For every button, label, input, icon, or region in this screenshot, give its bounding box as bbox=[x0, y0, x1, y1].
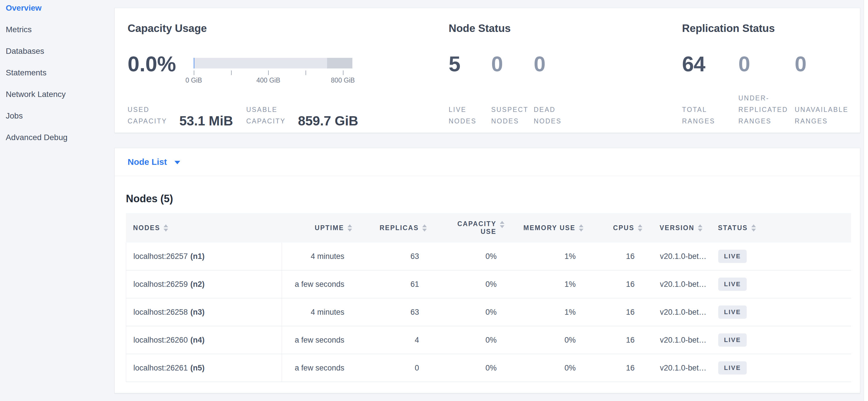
axis-tick bbox=[343, 70, 343, 75]
caret-down-icon bbox=[175, 161, 180, 164]
usable-capacity-label: USABLE CAPACITY bbox=[246, 104, 290, 127]
column-header-capacity-use[interactable]: CAPACITY USE bbox=[429, 220, 506, 236]
unavailable-ranges-label: UNAVAILABLE RANGES bbox=[795, 104, 850, 127]
column-header-nodes[interactable]: NODES bbox=[126, 224, 282, 232]
sort-arrows-icon bbox=[698, 224, 703, 232]
suspect-nodes-stat: 0 SUSPECT NODES bbox=[491, 54, 534, 127]
unavailable-ranges-value: 0 bbox=[795, 54, 851, 75]
node-address-cell[interactable]: localhost:26260 (n4) bbox=[126, 326, 282, 354]
table-row: localhost:26260 (n4) a few seconds 4 0% … bbox=[126, 326, 851, 354]
node-address-cell[interactable]: localhost:26258 (n3) bbox=[126, 298, 282, 326]
uptime-cell: 4 minutes bbox=[282, 308, 354, 317]
dead-nodes-label: DEAD NODES bbox=[534, 104, 576, 127]
capacity-gauge-bar bbox=[194, 58, 352, 68]
sidebar-item-jobs[interactable]: Jobs bbox=[0, 105, 113, 126]
total-ranges-label: TOTAL RANGES bbox=[682, 104, 737, 127]
dead-nodes-stat: 0 DEAD NODES bbox=[534, 54, 576, 127]
sort-arrows-icon bbox=[579, 224, 584, 232]
version-cell: v20.1.0-bet… bbox=[644, 364, 713, 373]
replicas-cell: 63 bbox=[354, 252, 429, 261]
sidebar-item-advanced-debug[interactable]: Advanced Debug bbox=[0, 126, 113, 148]
cpus-cell: 16 bbox=[586, 252, 644, 261]
version-cell: v20.1.0-bet… bbox=[644, 308, 713, 317]
column-header-uptime[interactable]: UPTIME bbox=[282, 224, 354, 232]
node-status-section: Node Status 5 LIVE NODES 0 SUSPECT NODES… bbox=[449, 8, 679, 133]
version-cell: v20.1.0-bet… bbox=[644, 280, 713, 289]
status-badge: LIVE bbox=[718, 334, 747, 347]
status-badge: LIVE bbox=[718, 306, 747, 319]
uptime-cell: a few seconds bbox=[282, 364, 354, 373]
axis-tick bbox=[194, 70, 194, 75]
under-replicated-stat: 0 UNDER-REPLICATED RANGES bbox=[738, 54, 795, 127]
suspect-nodes-label: SUSPECT NODES bbox=[491, 104, 534, 127]
capacity-use-cell: 0% bbox=[429, 336, 506, 345]
main-content: Capacity Usage 0.0% 0 GiB 400 GiB 8 bbox=[114, 0, 860, 401]
sidebar-item-metrics[interactable]: Metrics bbox=[0, 19, 113, 40]
table-row: localhost:26261 (n5) a few seconds 0 0% … bbox=[126, 354, 851, 382]
cpus-cell: 16 bbox=[586, 336, 644, 345]
capacity-gauge-chart: 0 GiB 400 GiB 800 GiB bbox=[194, 58, 352, 84]
column-header-status[interactable]: STATUS bbox=[713, 224, 851, 232]
usable-capacity-value: 859.7 GiB bbox=[298, 114, 359, 127]
node-address-cell[interactable]: localhost:26257 (n1) bbox=[126, 242, 282, 270]
used-capacity-label: USED CAPACITY bbox=[128, 104, 171, 127]
column-header-version[interactable]: VERSION bbox=[644, 224, 713, 232]
version-cell: v20.1.0-bet… bbox=[644, 336, 713, 345]
sidebar-item-network-latency[interactable]: Network Latency bbox=[0, 83, 113, 105]
nodes-table-body: localhost:26257 (n1) 4 minutes 63 0% 1% … bbox=[126, 242, 851, 382]
live-nodes-stat: 5 LIVE NODES bbox=[449, 54, 491, 127]
uptime-cell: 4 minutes bbox=[282, 252, 354, 261]
node-status-title: Node Status bbox=[449, 23, 511, 34]
sort-arrows-icon bbox=[163, 224, 168, 232]
nodes-table: NODES UPTIME REPLICAS CAPACITY USE MEMOR… bbox=[126, 213, 851, 382]
column-header-replicas[interactable]: REPLICAS bbox=[354, 224, 429, 232]
axis-tick bbox=[231, 70, 232, 75]
uptime-cell: a few seconds bbox=[282, 280, 354, 289]
under-replicated-label: UNDER-REPLICATED RANGES bbox=[738, 92, 794, 127]
sidebar-item-overview[interactable]: Overview bbox=[0, 0, 113, 19]
suspect-nodes-value: 0 bbox=[491, 54, 534, 75]
vertical-scrollbar[interactable] bbox=[864, 0, 868, 401]
status-cell: LIVE bbox=[713, 361, 851, 375]
memory-use-cell: 0% bbox=[506, 364, 586, 373]
column-header-memory-use[interactable]: MEMORY USE bbox=[506, 224, 585, 232]
status-cell: LIVE bbox=[713, 250, 851, 263]
sort-arrows-icon bbox=[347, 224, 352, 232]
live-nodes-value: 5 bbox=[449, 54, 491, 75]
node-address-cell[interactable]: localhost:26261 (n5) bbox=[126, 354, 282, 382]
capacity-axis-ticks bbox=[194, 70, 352, 75]
nodes-table-title: Nodes (5) bbox=[126, 192, 860, 205]
column-header-cpus[interactable]: CPUS bbox=[585, 224, 644, 232]
node-list-dropdown[interactable]: Node List bbox=[128, 157, 180, 167]
sort-arrows-icon bbox=[422, 224, 427, 232]
version-cell: v20.1.0-bet… bbox=[644, 252, 713, 261]
capacity-gauge-used-segment bbox=[194, 58, 194, 68]
replicas-cell: 63 bbox=[354, 308, 429, 317]
sidebar-item-databases[interactable]: Databases bbox=[0, 40, 113, 62]
sidebar: Overview Metrics Databases Statements Ne… bbox=[0, 0, 113, 401]
capacity-use-cell: 0% bbox=[429, 364, 506, 373]
live-nodes-label: LIVE NODES bbox=[449, 104, 491, 127]
replicas-cell: 61 bbox=[354, 280, 429, 289]
under-replicated-value: 0 bbox=[738, 54, 795, 75]
replication-status-title: Replication Status bbox=[682, 23, 775, 34]
capacity-use-cell: 0% bbox=[429, 308, 506, 317]
table-row: localhost:26259 (n2) a few seconds 61 0%… bbox=[126, 270, 851, 298]
used-capacity-value: 53.1 MiB bbox=[179, 114, 233, 127]
memory-use-cell: 1% bbox=[506, 252, 586, 261]
nodes-card: Node List Nodes (5) NODES UPTIME REPLICA… bbox=[114, 148, 860, 393]
node-list-bar: Node List bbox=[115, 148, 860, 176]
sidebar-item-statements[interactable]: Statements bbox=[0, 62, 113, 83]
dead-nodes-value: 0 bbox=[534, 54, 576, 75]
status-badge: LIVE bbox=[718, 361, 747, 375]
node-list-label: Node List bbox=[128, 157, 167, 167]
node-address-cell[interactable]: localhost:26259 (n2) bbox=[126, 270, 282, 298]
axis-tick bbox=[268, 70, 269, 75]
table-row: localhost:26257 (n1) 4 minutes 63 0% 1% … bbox=[126, 242, 851, 270]
nodes-table-header: NODES UPTIME REPLICAS CAPACITY USE MEMOR… bbox=[126, 213, 851, 242]
node-status-stats: 5 LIVE NODES 0 SUSPECT NODES 0 DEAD NODE… bbox=[449, 54, 576, 127]
uptime-cell: a few seconds bbox=[282, 336, 354, 345]
capacity-usage-section: Capacity Usage 0.0% 0 GiB 400 GiB 8 bbox=[128, 8, 444, 133]
cpus-cell: 16 bbox=[586, 364, 644, 373]
status-cell: LIVE bbox=[713, 306, 851, 319]
